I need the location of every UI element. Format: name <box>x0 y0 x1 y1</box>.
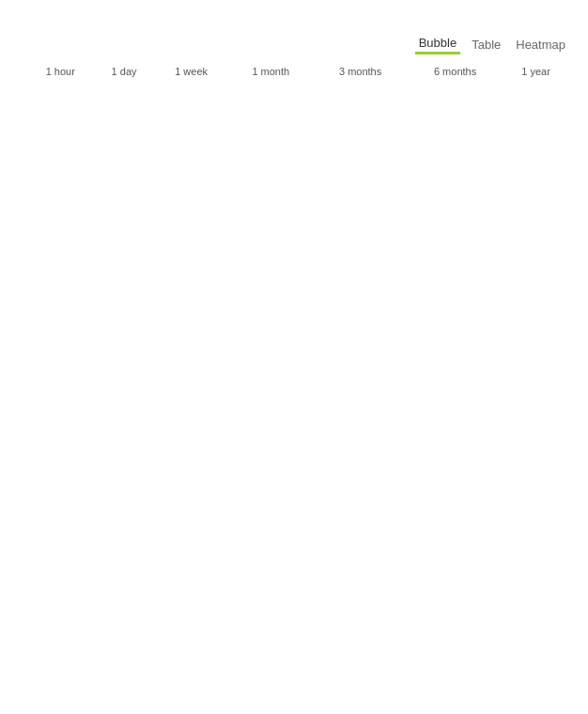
correlation-table: 1 hour 1 day 1 week 1 month 3 months 6 m… <box>19 62 569 81</box>
col-header-1w: 1 week <box>154 62 229 81</box>
col-header-1m: 1 month <box>228 62 313 81</box>
tab-bubble[interactable]: Bubble <box>415 34 460 54</box>
col-header-6m: 6 months <box>408 62 503 81</box>
col-header-1d: 1 day <box>94 62 153 81</box>
legend-container <box>23 92 192 94</box>
tab-table[interactable]: Table <box>468 36 504 54</box>
legend-area <box>19 92 569 94</box>
tab-heatmap[interactable]: Heatmap <box>512 36 569 54</box>
view-tabs: Bubble Table Heatmap <box>19 34 569 54</box>
col-header-1h: 1 hour <box>26 62 94 81</box>
table-header: 1 hour 1 day 1 week 1 month 3 months 6 m… <box>19 62 569 81</box>
col-header-1y: 1 year <box>503 62 569 81</box>
col-header-3m: 3 months <box>313 62 408 81</box>
col-header-label <box>19 62 26 81</box>
